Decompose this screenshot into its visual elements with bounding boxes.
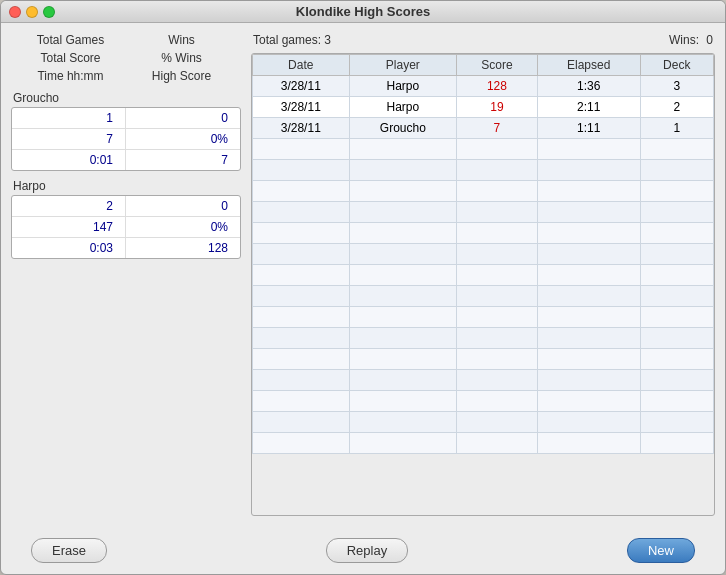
harpo-row-1: 2 0 bbox=[12, 196, 240, 217]
empty-cell bbox=[253, 244, 350, 265]
cell-deck: 2 bbox=[640, 97, 714, 118]
empty-table-row bbox=[253, 412, 714, 433]
header-total-games: Total Games bbox=[15, 33, 126, 47]
cell-date: 3/28/11 bbox=[253, 118, 350, 139]
stats-column-headers2: Total Score % Wins bbox=[11, 51, 241, 65]
empty-table-row bbox=[253, 265, 714, 286]
maximize-button[interactable] bbox=[43, 6, 55, 18]
table-header-row: Date Player Score Elapsed Deck bbox=[253, 55, 714, 76]
empty-cell bbox=[253, 139, 350, 160]
cell-player: Groucho bbox=[349, 118, 456, 139]
empty-cell bbox=[349, 391, 456, 412]
empty-cell bbox=[457, 160, 538, 181]
empty-cell bbox=[349, 244, 456, 265]
table-row: 3/28/11 Groucho 7 1:11 1 bbox=[253, 118, 714, 139]
table-row: 3/28/11 Harpo 128 1:36 3 bbox=[253, 76, 714, 97]
cell-elapsed: 1:11 bbox=[537, 118, 640, 139]
groucho-total-games: 1 bbox=[12, 108, 126, 128]
empty-table-row bbox=[253, 223, 714, 244]
empty-cell bbox=[253, 202, 350, 223]
cell-deck: 3 bbox=[640, 76, 714, 97]
empty-cell bbox=[253, 265, 350, 286]
header-wins: Wins bbox=[126, 33, 237, 47]
empty-cell bbox=[640, 202, 714, 223]
empty-cell bbox=[349, 349, 456, 370]
erase-button[interactable]: Erase bbox=[31, 538, 107, 563]
empty-cell bbox=[457, 202, 538, 223]
left-panel: Total Games Wins Total Score % Wins Time… bbox=[11, 33, 241, 516]
content-area: Total Games Wins Total Score % Wins Time… bbox=[1, 23, 725, 526]
empty-cell bbox=[640, 391, 714, 412]
empty-cell bbox=[457, 223, 538, 244]
cell-elapsed: 2:11 bbox=[537, 97, 640, 118]
empty-cell bbox=[640, 181, 714, 202]
empty-cell bbox=[457, 328, 538, 349]
new-button[interactable]: New bbox=[627, 538, 695, 563]
empty-cell bbox=[537, 265, 640, 286]
empty-cell bbox=[457, 181, 538, 202]
empty-cell bbox=[640, 349, 714, 370]
footer-center: Replay bbox=[326, 538, 408, 563]
empty-cell bbox=[253, 370, 350, 391]
scores-table-wrapper: Date Player Score Elapsed Deck 3/28/11 H… bbox=[251, 53, 715, 516]
harpo-total-score: 147 bbox=[12, 217, 126, 237]
empty-cell bbox=[253, 223, 350, 244]
empty-cell bbox=[253, 433, 350, 454]
empty-cell bbox=[537, 160, 640, 181]
harpo-label: Harpo bbox=[11, 179, 241, 193]
empty-cell bbox=[640, 433, 714, 454]
empty-cell bbox=[253, 181, 350, 202]
empty-cell bbox=[537, 328, 640, 349]
groucho-row-2: 7 0% bbox=[12, 129, 240, 150]
empty-cell bbox=[640, 412, 714, 433]
empty-cell bbox=[457, 139, 538, 160]
empty-cell bbox=[537, 412, 640, 433]
header-time: Time hh:mm bbox=[15, 69, 126, 83]
empty-table-row bbox=[253, 202, 714, 223]
empty-cell bbox=[349, 265, 456, 286]
empty-cell bbox=[457, 244, 538, 265]
groucho-wins: 0 bbox=[126, 108, 240, 128]
empty-cell bbox=[253, 160, 350, 181]
empty-cell bbox=[349, 412, 456, 433]
empty-cell bbox=[457, 391, 538, 412]
harpo-high-score: 128 bbox=[126, 238, 240, 258]
empty-table-row bbox=[253, 370, 714, 391]
empty-cell bbox=[640, 244, 714, 265]
wins-value: 0 bbox=[706, 33, 713, 47]
empty-cell bbox=[640, 160, 714, 181]
stats-column-headers3: Time hh:mm High Score bbox=[11, 69, 241, 83]
minimize-button[interactable] bbox=[26, 6, 38, 18]
empty-cell bbox=[457, 286, 538, 307]
harpo-stats-box: 2 0 147 0% 0:03 128 bbox=[11, 195, 241, 259]
empty-cell bbox=[457, 349, 538, 370]
harpo-pct-wins: 0% bbox=[126, 217, 240, 237]
cell-player: Harpo bbox=[349, 76, 456, 97]
empty-cell bbox=[349, 328, 456, 349]
harpo-total-games: 2 bbox=[12, 196, 126, 216]
empty-cell bbox=[537, 139, 640, 160]
groucho-pct-wins: 0% bbox=[126, 129, 240, 149]
empty-cell bbox=[253, 412, 350, 433]
cell-date: 3/28/11 bbox=[253, 97, 350, 118]
col-header-score: Score bbox=[457, 55, 538, 76]
empty-cell bbox=[640, 139, 714, 160]
empty-cell bbox=[640, 370, 714, 391]
empty-table-row bbox=[253, 328, 714, 349]
close-button[interactable] bbox=[9, 6, 21, 18]
empty-cell bbox=[537, 391, 640, 412]
empty-cell bbox=[253, 391, 350, 412]
empty-table-row bbox=[253, 349, 714, 370]
cell-score: 19 bbox=[457, 97, 538, 118]
empty-cell bbox=[537, 370, 640, 391]
harpo-row-3: 0:03 128 bbox=[12, 238, 240, 258]
groucho-time: 0:01 bbox=[12, 150, 126, 170]
table-row: 3/28/11 Harpo 19 2:11 2 bbox=[253, 97, 714, 118]
window-title: Klondike High Scores bbox=[296, 4, 430, 19]
groucho-row-3: 0:01 7 bbox=[12, 150, 240, 170]
col-header-date: Date bbox=[253, 55, 350, 76]
replay-button[interactable]: Replay bbox=[326, 538, 408, 563]
empty-cell bbox=[640, 328, 714, 349]
col-header-deck: Deck bbox=[640, 55, 714, 76]
empty-cell bbox=[253, 349, 350, 370]
